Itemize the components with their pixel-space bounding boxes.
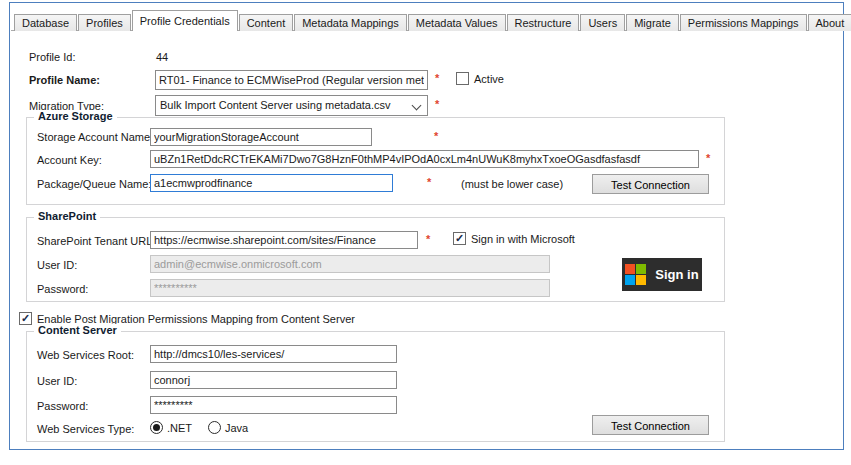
app-canvas: Database Profiles Profile Credentials Co… bbox=[0, 0, 851, 465]
profile-name-label: Profile Name: bbox=[29, 74, 100, 86]
microsoft-signin-button[interactable]: Sign in bbox=[622, 258, 702, 291]
chevron-down-icon bbox=[412, 101, 422, 111]
azure-storage-title: Azure Storage bbox=[34, 110, 117, 122]
storage-account-name-input[interactable] bbox=[150, 128, 372, 146]
content-server-user-id-label: User ID: bbox=[37, 375, 77, 387]
package-lowercase-note: (must be lower case) bbox=[461, 178, 563, 190]
profile-id-value: 44 bbox=[156, 51, 168, 63]
migration-type-dropdown[interactable]: Bulk Import Content Server using metadat… bbox=[155, 95, 428, 116]
tab-permissions-mappings[interactable]: Permissions Mappings bbox=[680, 14, 807, 31]
web-services-root-input[interactable] bbox=[150, 345, 397, 363]
storage-account-name-label: Storage Account Name: bbox=[37, 131, 153, 143]
tenant-url-required-marker: * bbox=[426, 233, 430, 245]
profile-name-required-marker: * bbox=[435, 72, 439, 84]
sharepoint-password-label: Password: bbox=[37, 283, 88, 295]
app-window: Database Profiles Profile Credentials Co… bbox=[9, 2, 844, 450]
profile-name-input[interactable] bbox=[155, 70, 428, 90]
content-server-groupbox: Content Server Web Services Root: User I… bbox=[26, 331, 725, 442]
active-checkbox-label: Active bbox=[474, 73, 504, 85]
content-server-password-label: Password: bbox=[37, 400, 88, 412]
tab-metadata-values[interactable]: Metadata Values bbox=[408, 14, 506, 31]
migration-type-value: Bulk Import Content Server using metadat… bbox=[160, 99, 391, 111]
tab-migrate[interactable]: Migrate bbox=[626, 14, 679, 31]
tab-profile-credentials[interactable]: Profile Credentials bbox=[132, 10, 238, 31]
sharepoint-groupbox: SharePoint SharePoint Tenant URL: * Sign… bbox=[26, 217, 725, 302]
signin-with-microsoft-label: Sign in with Microsoft bbox=[471, 233, 575, 245]
package-queue-required-marker: * bbox=[427, 176, 431, 188]
tab-database[interactable]: Database bbox=[14, 14, 77, 31]
account-key-label: Account Key: bbox=[37, 154, 102, 166]
content-server-user-id-input[interactable] bbox=[150, 371, 397, 389]
sharepoint-tenant-url-label: SharePoint Tenant URL: bbox=[37, 235, 155, 247]
web-services-type-java-radio[interactable] bbox=[208, 421, 221, 434]
web-services-type-net-label: .NET bbox=[167, 422, 192, 434]
active-checkbox[interactable] bbox=[456, 72, 469, 85]
content-server-password-input[interactable] bbox=[150, 396, 397, 414]
content-server-test-connection-button[interactable]: Test Connection bbox=[592, 415, 709, 435]
microsoft-signin-label: Sign in bbox=[655, 267, 698, 282]
tab-profiles[interactable]: Profiles bbox=[78, 14, 131, 31]
sharepoint-user-id-label: User ID: bbox=[37, 259, 77, 271]
storage-account-required-marker: * bbox=[434, 130, 438, 142]
account-key-input[interactable] bbox=[150, 150, 699, 168]
tabstrip: Database Profiles Profile Credentials Co… bbox=[14, 10, 851, 31]
tab-restructure[interactable]: Restructure bbox=[507, 14, 580, 31]
azure-test-connection-button[interactable]: Test Connection bbox=[592, 174, 709, 194]
profile-id-label: Profile Id: bbox=[29, 51, 75, 63]
sharepoint-password-input[interactable] bbox=[150, 279, 550, 297]
tab-users[interactable]: Users bbox=[580, 14, 625, 31]
package-queue-name-input[interactable] bbox=[150, 174, 393, 192]
content-server-title: Content Server bbox=[34, 324, 121, 336]
tab-metadata-mappings[interactable]: Metadata Mappings bbox=[294, 14, 407, 31]
sharepoint-title: SharePoint bbox=[34, 210, 100, 222]
web-services-type-java-label: Java bbox=[225, 422, 248, 434]
post-migration-permissions-checkbox[interactable] bbox=[19, 312, 32, 325]
account-key-required-marker: * bbox=[706, 152, 710, 164]
tab-about[interactable]: About bbox=[808, 14, 851, 31]
sharepoint-tenant-url-input[interactable] bbox=[150, 231, 418, 249]
web-services-root-label: Web Services Root: bbox=[37, 349, 134, 361]
signin-with-microsoft-checkbox[interactable] bbox=[453, 232, 466, 245]
package-queue-name-label: Package/Queue Name: bbox=[37, 178, 151, 190]
microsoft-logo-icon bbox=[625, 264, 646, 285]
web-services-type-net-radio[interactable] bbox=[150, 421, 163, 434]
sharepoint-user-id-input[interactable] bbox=[150, 255, 550, 273]
azure-storage-groupbox: Azure Storage Storage Account Name: * Ac… bbox=[26, 117, 725, 205]
migration-type-required-marker: * bbox=[435, 98, 439, 110]
tab-content[interactable]: Content bbox=[239, 14, 294, 31]
web-services-type-label: Web Services Type: bbox=[37, 423, 134, 435]
